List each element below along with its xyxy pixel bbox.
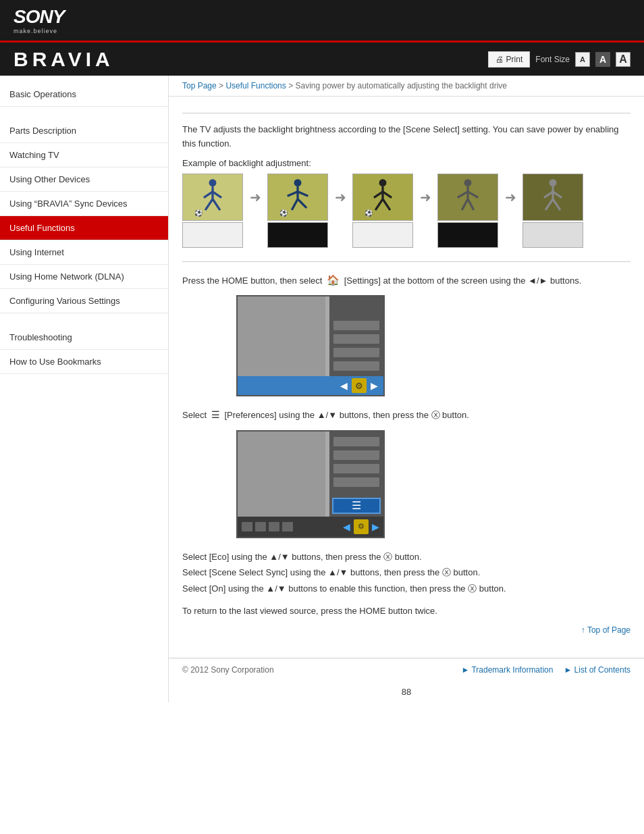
tv2-arrow-left: ◀ <box>343 521 350 532</box>
sony-tagline: make.believe <box>14 28 64 34</box>
backlight-demo: ⚽ ➜ <box>182 174 630 248</box>
tv-menu-3 <box>333 348 379 357</box>
svg-line-24 <box>468 191 478 197</box>
tv-arrow-right: ▶ <box>371 380 378 391</box>
step2-text-after: [Preferences] using the ▲/▼ buttons, the… <box>224 410 469 420</box>
svg-line-11 <box>292 199 298 209</box>
player-icon-3: ⚽ <box>359 177 406 217</box>
step1-text: Press the HOME button, then select 🏠 [Se… <box>182 271 630 289</box>
player-icon-5 <box>529 177 576 217</box>
step1-text-before: Press the HOME button, then select <box>182 276 322 286</box>
svg-text:⚽: ⚽ <box>365 208 373 217</box>
svg-line-4 <box>205 199 213 209</box>
sidebar-item-using-home-network[interactable]: Using Home Network (DLNA) <box>0 265 168 289</box>
tv-settings-icon: ⚙ <box>352 378 367 393</box>
bl-rect-1 <box>182 222 243 248</box>
sidebar-item-using-other-devices[interactable]: Using Other Devices <box>0 167 168 192</box>
tv-bottom-bar: ◀ ⚙ ▶ <box>238 376 383 395</box>
bl-item-5 <box>522 174 583 248</box>
steps-list: Select [Eco] using the ▲/▼ buttons, then… <box>182 549 630 596</box>
svg-line-31 <box>545 199 553 209</box>
bl-item-4 <box>437 174 498 248</box>
list-of-contents-link[interactable]: ► List of Contents <box>564 665 630 675</box>
svg-line-3 <box>213 191 221 197</box>
player-icon-4 <box>444 177 491 217</box>
tv2-menu-4 <box>333 477 379 487</box>
trademark-link[interactable]: ► Trademark Information <box>461 665 553 675</box>
step2-text-before: Select <box>182 410 207 420</box>
bl-rect-4 <box>437 222 498 248</box>
tv2-grey-area <box>238 432 325 519</box>
svg-line-18 <box>375 199 383 209</box>
player-icon-2: ⚽ <box>274 177 321 217</box>
bl-rect-5 <box>522 222 583 248</box>
step3-line2: Select [Scene Select Sync] using the ▲/▼… <box>182 565 630 580</box>
breadcrumb-sep1: > <box>219 81 225 90</box>
tv2-icon-1 <box>242 522 252 531</box>
sidebar-item-useful-functions[interactable]: Useful Functions <box>0 216 168 240</box>
sidebar-item-bookmarks[interactable]: How to Use Bookmarks <box>0 350 168 374</box>
svg-text:⚽: ⚽ <box>279 208 288 217</box>
svg-line-10 <box>298 191 308 196</box>
font-large-button[interactable]: A <box>616 52 630 67</box>
sidebar-item-watching-tv[interactable]: Watching TV <box>0 143 168 167</box>
breadcrumb-current: Saving power by automatically adjusting … <box>295 81 507 90</box>
tv-arrow-left: ◀ <box>340 380 348 391</box>
sony-text: SONY <box>14 6 64 28</box>
page-layout: Basic Operations Parts Description Watch… <box>0 76 644 702</box>
tv-screen-container-2: ☰ ◀ ⚙ ▶ <box>236 430 630 538</box>
toolbar-right: 🖨 Print Font Size A A A <box>488 51 630 68</box>
player-icon-1: ⚽ <box>189 177 236 217</box>
font-small-button[interactable]: A <box>575 52 590 67</box>
tv2-right-controls: ◀ ⚙ ▶ <box>343 519 379 534</box>
tv-menu-4 <box>333 361 379 371</box>
example-label: Example of backlight adjustment: <box>182 158 630 168</box>
svg-point-7 <box>294 179 302 186</box>
sidebar-item-parts-description[interactable]: Parts Description <box>0 119 168 143</box>
svg-line-19 <box>383 199 390 209</box>
bl-rect-2 <box>267 222 328 248</box>
bravia-bar: BRAVIA 🖨 Print Font Size A A A <box>0 41 644 76</box>
bl-item-1: ⚽ <box>182 174 243 248</box>
print-button[interactable]: 🖨 Print <box>488 51 531 68</box>
font-medium-button[interactable]: A <box>595 52 610 67</box>
bl-image-1: ⚽ <box>182 174 243 221</box>
breadcrumb-top[interactable]: Top Page <box>182 81 217 90</box>
sidebar-item-using-bravia-sync[interactable]: Using “BRAVIA” Sync Devices <box>0 192 168 216</box>
sidebar-item-configuring-settings[interactable]: Configuring Various Settings <box>0 289 168 313</box>
breadcrumb-useful[interactable]: Useful Functions <box>225 81 286 90</box>
tv-menu-2 <box>333 334 379 344</box>
sidebar-item-using-internet[interactable]: Using Internet <box>0 240 168 265</box>
tv2-arrow-right: ▶ <box>372 521 379 532</box>
svg-line-30 <box>553 191 562 197</box>
step1-text-after: [Settings] at the bottom of the screen u… <box>344 276 582 286</box>
bl-rect-3 <box>352 222 413 248</box>
tv2-icon-3 <box>269 522 279 531</box>
svg-point-21 <box>464 179 472 186</box>
tv2-settings-icon: ⚙ <box>354 519 369 534</box>
breadcrumb-sep2: > <box>288 81 295 90</box>
right-panel: Top Page > Useful Functions > Saving pow… <box>169 76 644 702</box>
print-icon: 🖨 <box>495 55 504 64</box>
top-header: SONY make.believe <box>0 0 644 41</box>
sidebar-item-basic-operations[interactable]: Basic Operations <box>0 82 168 107</box>
svg-line-12 <box>298 199 306 207</box>
tv2-menu-3 <box>333 464 379 473</box>
svg-line-5 <box>213 199 220 209</box>
svg-line-23 <box>458 191 468 197</box>
pref-icon: ☰ <box>352 499 361 512</box>
svg-line-32 <box>553 199 560 209</box>
divider-mid1 <box>182 261 630 262</box>
bl-image-3: ⚽ <box>352 174 413 221</box>
svg-line-17 <box>383 191 392 197</box>
tv-screen-1: ◀ ⚙ ▶ <box>236 295 385 396</box>
tv-grey-area <box>238 296 325 377</box>
top-of-page-anchor[interactable]: ↑ Top of Page <box>581 625 630 635</box>
tv-screen-container-1: ◀ ⚙ ▶ <box>236 295 630 396</box>
bravia-title: BRAVIA <box>14 48 114 71</box>
sidebar-item-troubleshooting[interactable]: Troubleshooting <box>0 325 168 350</box>
tv2-bottom-icons <box>242 522 293 531</box>
tv2-icon-4 <box>282 522 293 531</box>
tv2-menu-1 <box>333 437 379 446</box>
tv2-icon-2 <box>255 522 266 531</box>
